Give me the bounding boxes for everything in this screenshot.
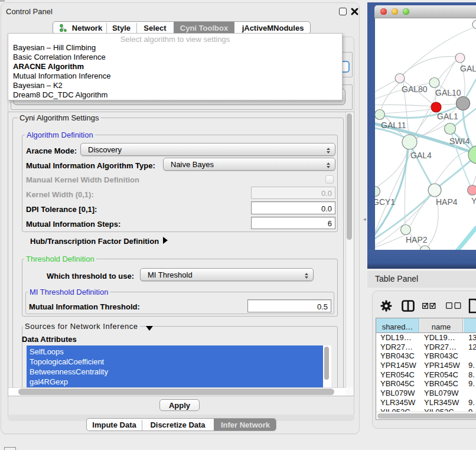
svg-text:GAL4: GAL4 xyxy=(410,151,432,160)
svg-text:YEL: YEL xyxy=(471,196,476,206)
svg-text:GAL80: GAL80 xyxy=(402,84,428,94)
svg-text:GAL11: GAL11 xyxy=(381,120,406,130)
svg-text:GCY1: GCY1 xyxy=(375,197,395,207)
svg-text:GAL1: GAL1 xyxy=(437,112,458,121)
svg-text:SWI4: SWI4 xyxy=(449,136,470,146)
svg-text:GAL10: GAL10 xyxy=(435,88,461,97)
svg-text:GAL2: GAL2 xyxy=(460,64,476,73)
svg-text:HAP2: HAP2 xyxy=(406,235,428,244)
svg-text:HAP4: HAP4 xyxy=(436,197,458,207)
